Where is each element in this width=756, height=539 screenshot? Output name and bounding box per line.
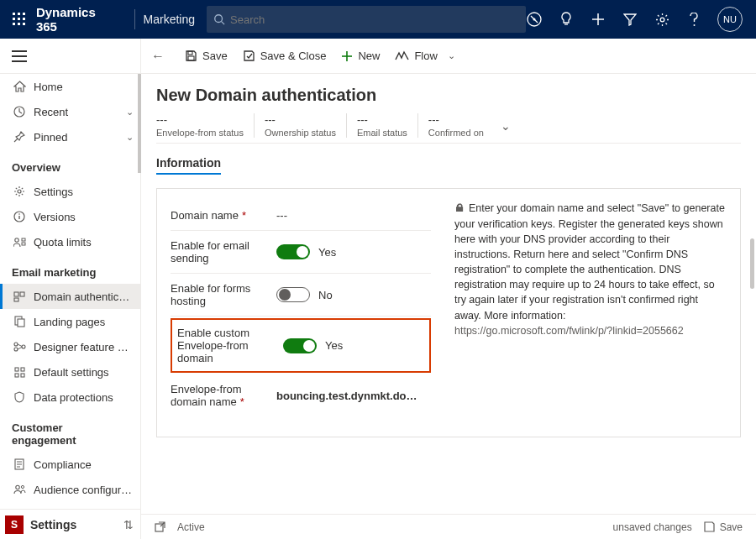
nav-label: Compliance [34,458,134,471]
nav-home[interactable]: Home [0,74,140,99]
cmd-label: Save & Close [260,50,327,62]
nav-designer[interactable]: Designer feature … [0,334,140,359]
top-actions: NU [526,7,743,32]
nav-audience[interactable]: Audience configur… [0,477,140,502]
nav-pinned[interactable]: Pinned ⌄ [0,124,140,149]
sidebar: Home Recent ⌄ Pinned ⌄ Overview Settings… [0,39,141,539]
nav-label: Recent [34,106,126,118]
avatar-initials: NU [723,14,737,24]
nav-recent[interactable]: Recent ⌄ [0,99,140,124]
settings-icon[interactable] [654,11,670,28]
info-section: Domain name* --- Enable for email sendin… [156,188,741,437]
field-enable-email[interactable]: Enable for email sending Yes [171,231,431,274]
user-avatar[interactable]: NU [717,7,743,32]
new-button[interactable]: New [341,50,380,62]
divider [134,9,135,29]
flow-button[interactable]: Flow⌄ [395,50,454,62]
quota-icon [12,237,27,248]
svg-rect-3 [13,18,15,20]
footer-save-button[interactable]: Save [704,521,743,533]
record-state: Active [177,521,205,533]
search-box[interactable] [207,6,526,33]
command-bar: ← Save Save & Close New Flow⌄ [141,39,756,74]
svg-point-9 [215,15,223,23]
search-icon [213,13,225,25]
svg-rect-37 [21,368,24,371]
svg-rect-28 [14,298,18,301]
svg-point-16 [660,18,664,22]
filter-icon[interactable] [622,11,638,28]
nav-quota[interactable]: Quota limits [0,229,140,254]
help-link[interactable]: https://go.microsoft.com/fwlink/p/?linki… [454,325,684,337]
nav-settings[interactable]: Settings [0,179,140,204]
popout-icon[interactable] [155,521,165,532]
nav-label: Versions [34,211,134,223]
search-input[interactable] [230,13,519,26]
toggle-label: No [318,289,333,301]
svg-rect-8 [23,23,25,25]
defaults-icon [12,367,27,378]
form-column: Domain name* --- Enable for email sendin… [171,201,431,416]
group-customer-engagement: Customer engagement [0,410,140,452]
nav-versions[interactable]: Versions [0,204,140,229]
svg-rect-36 [15,368,18,371]
nav-domain-auth[interactable]: Domain authentic… [0,284,140,309]
svg-point-44 [15,485,18,489]
lightbulb-icon[interactable] [558,11,575,28]
cmd-label: Save [202,50,228,62]
back-button[interactable]: ← [151,49,170,64]
cmd-label: Save [720,521,743,533]
svg-point-22 [18,213,20,215]
field-domain-name[interactable]: Domain name* --- [171,201,431,231]
field-envelope-from-domain[interactable]: Envelope-from domain name* bouncing.test… [171,374,431,416]
field-enable-custom-envelope[interactable]: Enable custom Envelope-from domain Yes [172,327,424,364]
compliance-icon [12,458,27,470]
add-icon[interactable] [590,11,606,28]
status-expand[interactable]: ⌄ [501,119,511,133]
svg-rect-30 [18,319,24,327]
toggle-on[interactable] [276,244,310,259]
area-badge: S [5,515,24,534]
area-switcher[interactable]: S Settings ⇅ [0,509,140,539]
module-name[interactable]: Marketing [144,13,195,26]
app-name[interactable]: Dynamics 365 [36,5,118,34]
svg-point-33 [22,345,25,348]
assistant-icon[interactable] [526,11,543,28]
required-marker: * [242,209,246,222]
home-icon [12,81,27,92]
chevron-down-icon: ⌄ [126,132,134,143]
svg-rect-0 [13,13,15,15]
group-overview: Overview [0,149,140,179]
toggle-on[interactable] [283,338,317,353]
save-close-button[interactable]: Save & Close [243,50,327,62]
status-envelope-from: ---Envelope-from status [156,113,255,138]
pages-icon [12,316,27,327]
field-value: bouncing.test.dynmkt.do… [276,390,431,402]
svg-rect-7 [18,23,20,25]
header-status-row: ---Envelope-from status ---Ownership sta… [156,113,741,144]
nav-data-protections[interactable]: Data protections [0,385,140,410]
content-scrollbar[interactable] [750,238,754,289]
svg-rect-47 [188,56,194,60]
nav-compliance[interactable]: Compliance [0,452,140,477]
pin-icon [12,131,27,143]
nav-label: Data protections [34,391,134,404]
nav-label: Domain authentic… [34,290,134,303]
nav-landing[interactable]: Landing pages [0,309,140,334]
app-launcher[interactable] [7,6,33,33]
topbar: Dynamics 365 Marketing NU [0,0,756,39]
content: New Domain authentication ---Envelope-fr… [141,74,756,539]
toggle-label: Yes [325,339,343,352]
svg-point-12 [533,18,536,21]
nav-defaults[interactable]: Default settings [0,359,140,385]
toggle-off[interactable] [276,287,310,302]
field-enable-forms[interactable]: Enable for forms hosting No [171,274,431,317]
nav-label: Audience configur… [34,484,134,496]
help-icon[interactable] [685,11,702,28]
tab-information[interactable]: Information [156,156,221,175]
hamburger-icon[interactable] [12,50,27,62]
main: ← Save Save & Close New Flow⌄ New Domain… [141,39,756,539]
page-title: New Domain authentication [156,86,741,105]
svg-point-32 [14,348,18,351]
save-button[interactable]: Save [185,50,228,62]
